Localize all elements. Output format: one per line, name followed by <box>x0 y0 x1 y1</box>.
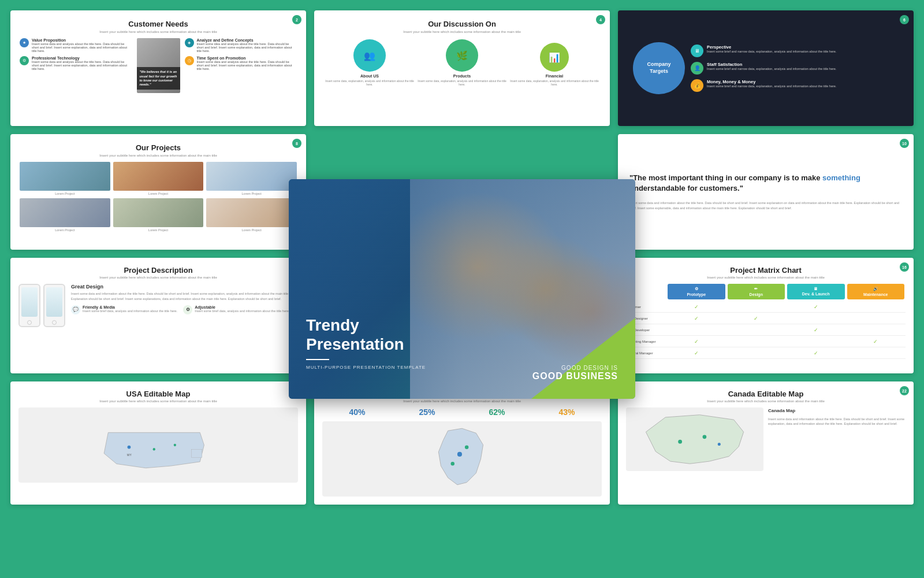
slide-customer-needs: 2 Customer Needs Insert your subtitle he… <box>10 10 306 126</box>
cn-item-time: ◷ Time Spent on Promotion Insert some da… <box>185 56 297 71</box>
matrix-cell-gm3: ✓ <box>787 350 845 356</box>
projects-grid: Lorem Project Lorem Project Lorem Projec… <box>20 162 297 232</box>
hero-divider <box>306 359 329 360</box>
slide-our-projects: 8 Our Projects Insert your subtitle here… <box>10 134 306 250</box>
cn-icon-value: ★ <box>20 38 29 47</box>
svg-point-9 <box>703 435 707 439</box>
discussion-subtitle: Insert your subtitle here which includes… <box>323 30 601 34</box>
pd-icon-sub-media: Insert some brief data, analysis and inf… <box>83 309 177 313</box>
matrix-cell-c1: ✓ <box>668 304 725 310</box>
target-title-money: Money, Money & Money <box>707 79 836 84</box>
disc-label-products: Products <box>416 74 508 78</box>
proj-item-6: Lorem Project <box>206 198 297 232</box>
hero-tagline: GOOD DESIGN IS GOOD BUSINESS <box>532 365 618 381</box>
slide-num-badge-canada: 22 <box>900 386 909 395</box>
slide-usa-map: 18 USA Editable Map Insert your subtitle… <box>10 381 306 505</box>
slide-project-description: 12 Project Description Insert your subti… <box>10 258 306 373</box>
matrix-cell-mm1: ✓ <box>668 339 725 344</box>
svg-point-7 <box>451 462 455 466</box>
quote-body: Insert some data and information about t… <box>629 201 902 211</box>
cn-item-analyze-text: Insert some idea and analysis about the … <box>197 42 297 53</box>
phone-1 <box>18 284 40 327</box>
cn-quote: "We believes that it is an usual fact fo… <box>137 67 180 90</box>
matrix-row-webdev: Web Developer ✓ <box>626 324 906 336</box>
targets-list: 🖥 Perspective Insert some brief and narr… <box>691 45 904 92</box>
matrix-cell-wdev3: ✓ <box>787 327 845 333</box>
disc-label-about: About US <box>323 74 416 78</box>
canada-map-placeholder <box>626 407 763 471</box>
proj-label-4: Lorem Project <box>20 228 110 232</box>
target-title-staff: Staff Satisfaction <box>707 62 836 67</box>
hero-title: TrendyPresentation <box>306 316 426 354</box>
target-icon-perspective: 🖥 <box>691 45 703 57</box>
pd-phones <box>18 284 65 327</box>
pd-icon-item-adjustable: ⚙ Adjustable Insert some brief data, ana… <box>183 305 289 314</box>
svg-rect-0 <box>192 449 202 457</box>
disc-sub-about: Insert some data, explanation, analysis … <box>323 79 416 86</box>
slide-our-discussion: 4 Our Discussion On Insert your subtitle… <box>314 10 610 126</box>
target-icon-money: 💰 <box>691 79 703 92</box>
slide-quote: 10 "The most important thing in our comp… <box>618 134 914 250</box>
disc-sub-products: Insert some data, explanation, analysis … <box>416 79 508 86</box>
svg-point-8 <box>678 440 682 444</box>
slide-num-badge-projects: 8 <box>292 139 301 148</box>
pd-body: Insert some data and information about t… <box>71 291 298 302</box>
pd-icon-circle-adjustable: ⚙ <box>183 305 192 314</box>
usa-map-svg: WY <box>18 407 298 483</box>
cn-icon-analyze: ◈ <box>185 38 194 47</box>
cn-item-value-text: Insert some data and analysis about the … <box>32 42 132 53</box>
proj-item-3: Lorem Project <box>206 162 297 195</box>
matrix-col-icon-prototype: ⚙ <box>695 287 698 291</box>
targets-circle-area: CompanyTargets <box>627 42 691 94</box>
hero-content: TrendyPresentation MULTI-PURPOSE PRESENT… <box>306 316 426 370</box>
phone-1-screen <box>21 287 38 317</box>
discussion-circles: 👥 About US Insert some data, explanation… <box>323 39 601 86</box>
svg-point-10 <box>718 443 721 446</box>
disc-label-financial: Financial <box>508 74 601 78</box>
usa-map-title: USA Editable Map <box>18 390 298 398</box>
pd-icon-title-media: Friendly & Media <box>83 305 177 309</box>
hero-tagline-main: GOOD BUSINESS <box>532 371 618 381</box>
slide-num-badge-customer-needs: 2 <box>292 15 301 24</box>
target-item-staff: 👤 Staff Satisfaction Insert some brief a… <box>691 62 904 75</box>
svg-point-3 <box>174 444 176 446</box>
quote-text: "The most important thing in our company… <box>629 173 902 194</box>
matrix-row-webdesigner: Web Designer ✓ ✓ <box>626 313 906 324</box>
matrix-row-marketing: Marketing Manager ✓ ✓ <box>626 336 906 347</box>
target-title-perspective: Perspective <box>707 45 836 50</box>
matrix-cell-wd1: ✓ <box>668 316 725 321</box>
pd-section-title: Great Design <box>71 284 298 290</box>
matrix-col-icon-maintenance: 🔊 <box>873 287 878 291</box>
usa-map-area: WY <box>18 407 298 483</box>
disc-item-products: 🌿 Products Insert some data, explanation… <box>416 39 508 86</box>
target-text-perspective: Insert some brief and narrow data, expla… <box>707 50 836 53</box>
matrix-row-customer: Customer ✓ ✓ <box>626 301 906 313</box>
germany-stats: 40% 25% 62% 43% <box>322 407 602 417</box>
germany-map-svg <box>322 421 602 497</box>
svg-point-2 <box>153 448 155 450</box>
proj-label-5: Lorem Project <box>113 228 204 232</box>
cn-item-tech-title: Professional Technology <box>32 56 132 60</box>
slide-num-badge-targets: 6 <box>900 15 909 24</box>
projects-title: Our Projects <box>20 143 297 152</box>
targets-content: CompanyTargets 🖥 Perspective Insert some… <box>627 20 904 117</box>
canada-content: Canada Map Insert some data and informat… <box>626 407 906 471</box>
canada-map-svg <box>626 407 763 471</box>
matrix-cell-wd2: ✓ <box>728 316 785 321</box>
matrix-cell-mm4: ✓ <box>847 339 905 344</box>
cn-item-value: ★ Value Proposition Insert some data and… <box>20 38 132 53</box>
germany-pct-2: 25% <box>419 407 435 417</box>
matrix-col-design: ✏ Design <box>728 284 785 299</box>
germany-stat-3: 62% <box>489 407 505 417</box>
slide-project-matrix: 16 Project Matrix Chart Insert your subt… <box>618 258 914 373</box>
target-text-money: Insert some brief and narrow data, expla… <box>707 84 836 88</box>
targets-main-circle: CompanyTargets <box>633 42 685 94</box>
slide-num-badge-discussion: 4 <box>596 15 605 24</box>
proj-thumb-3 <box>206 162 297 191</box>
germany-pct-1: 40% <box>349 407 365 417</box>
cn-item-time-title: Time Spent on Promotion <box>197 56 297 60</box>
slide-company-targets: 6 CompanyTargets 🖥 Perspective Insert so… <box>618 10 914 126</box>
proj-item-1: Lorem Project <box>20 162 110 195</box>
matrix-col-dev: 🖥 Dev. & Launch <box>787 284 845 299</box>
target-icon-staff: 👤 <box>691 62 703 75</box>
